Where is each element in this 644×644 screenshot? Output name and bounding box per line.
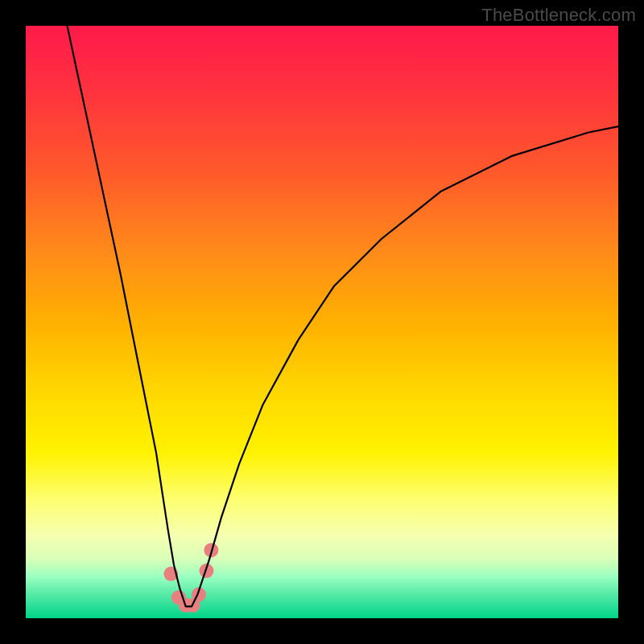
marker-dot (186, 598, 200, 613)
marker-dot (200, 564, 214, 578)
watermark-text: TheBottleneck.com (481, 5, 636, 26)
plot-area (26, 26, 618, 618)
marker-dot (179, 598, 193, 613)
marker-dot (171, 590, 186, 605)
curve-svg (26, 26, 618, 618)
marker-dot (204, 543, 218, 557)
marker-dot (192, 588, 206, 602)
chart-frame: TheBottleneck.com (0, 0, 644, 644)
marker-dot (163, 567, 178, 581)
